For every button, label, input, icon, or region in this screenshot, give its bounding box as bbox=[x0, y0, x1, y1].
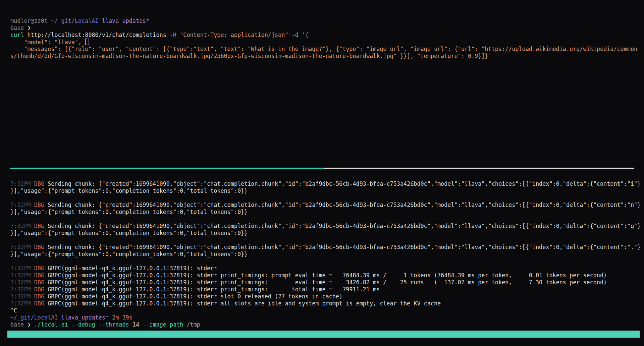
terminal-line bbox=[10, 194, 644, 201]
text-segment: DBG bbox=[34, 180, 48, 187]
text-segment: 14 bbox=[132, 321, 139, 328]
text-segment: 7:32PM bbox=[10, 293, 34, 300]
text-segment: }],"usage":{"prompt_tokens":0,"completio… bbox=[10, 209, 248, 215]
terminal-line bbox=[10, 258, 644, 265]
terminal-line: 7:32PM DBG GRPC(ggml-model-q4_k.gguf-127… bbox=[10, 293, 644, 300]
terminal-line: 7:32PM DBG GRPC(ggml-model-q4_k.gguf-127… bbox=[10, 279, 644, 286]
terminal-line: "messages": [{"role": "user", "content":… bbox=[10, 46, 644, 53]
tmux-status-bar[interactable]: [0] <0:zsh 21:zsh 22:zsh 23:zsh 24:zsh 2… bbox=[7, 331, 644, 338]
text-segment: GRPC(ggml-model-q4_k.gguf-127.0.0.1:3781… bbox=[48, 265, 217, 272]
text-segment bbox=[109, 314, 112, 321]
text-segment bbox=[139, 321, 143, 328]
terminal-line: 7:32PM DBG Sending chunk: {"created":169… bbox=[10, 201, 644, 209]
text-segment: Sending chunk: {"created":1699641090,"ob… bbox=[48, 223, 641, 229]
terminal-line: }],"usage":{"prompt_tokens":0,"completio… bbox=[10, 187, 644, 194]
text-segment: DBG bbox=[34, 265, 48, 272]
terminal-line: ~/_git/LocalAI llava_updates* 2m 39s bbox=[10, 314, 644, 321]
text-segment: Sending chunk: {"created":1699641090,"ob… bbox=[48, 244, 641, 250]
text-segment bbox=[288, 32, 292, 38]
text-segment: mudler@zz0t bbox=[10, 17, 51, 24]
status-bar-cursor-block bbox=[640, 331, 644, 338]
terminal-line: 7:32PM DBG GRPC(ggml-model-q4_k.gguf-127… bbox=[10, 265, 644, 272]
text-segment: llava_updates* bbox=[61, 314, 109, 321]
text-segment: ~/_git/LocalAI bbox=[10, 314, 58, 321]
text-segment: -H bbox=[170, 32, 176, 38]
text-segment: "model": "llava", bbox=[10, 39, 85, 46]
terminal-line: s/thumb/d/dd/Gfp-wisconsin-madison-the-n… bbox=[10, 53, 644, 60]
text-segment: DBG bbox=[34, 293, 48, 300]
text-segment: DBG bbox=[34, 244, 48, 250]
text-segment: s/thumb/d/dd/Gfp-wisconsin-madison-the-n… bbox=[10, 53, 492, 59]
text-segment: "Content-Type: application/json" bbox=[180, 32, 288, 38]
text-segment: -d bbox=[292, 32, 299, 38]
text-segment: --threads bbox=[99, 321, 129, 328]
text-segment: GRPC(ggml-model-q4_k.gguf-127.0.0.1:3781… bbox=[48, 272, 607, 279]
terminal-line: ^C bbox=[10, 307, 644, 314]
text-segment: 7:32PM bbox=[10, 286, 34, 293]
text-segment bbox=[99, 17, 102, 24]
text-segment: DBG bbox=[34, 300, 48, 307]
terminal-line: 7:32PM DBG GRPC(ggml-model-q4_k.gguf-127… bbox=[10, 272, 644, 279]
terminal-line: 7:32PM DBG GRPC(ggml-model-q4_k.gguf-127… bbox=[10, 300, 644, 307]
tmp-path-link[interactable]: /tmp bbox=[186, 321, 200, 328]
text-segment: DBG bbox=[34, 201, 48, 208]
text-segment: 7:32PM bbox=[10, 244, 34, 250]
text-segment: 7:32PM bbox=[10, 201, 34, 208]
pane-divider bbox=[10, 168, 634, 169]
text-segment: GRPC(ggml-model-q4_k.gguf-127.0.0.1:3781… bbox=[48, 293, 342, 300]
text-segment: GRPC(ggml-model-q4_k.gguf-127.0.0.1:3781… bbox=[48, 300, 441, 307]
text-segment: base bbox=[10, 24, 28, 31]
terminal-window[interactable]: mudler@zz0t ~/_git/LocalAI llava_updates… bbox=[0, 0, 644, 346]
terminal-line: base ❯ bbox=[10, 24, 644, 32]
terminal-line: 7:32PM DBG Sending chunk: {"created":169… bbox=[10, 223, 644, 230]
text-segment: curl bbox=[10, 32, 24, 38]
text-segment bbox=[299, 32, 302, 38]
text-segment: "messages": [{"role": "user", "content":… bbox=[10, 46, 637, 52]
text-segment: ❯ bbox=[28, 24, 31, 31]
text-segment: 7:32PM bbox=[10, 272, 34, 279]
text-segment: DBG bbox=[34, 223, 48, 229]
text-segment: }],"usage":{"prompt_tokens":0,"completio… bbox=[10, 187, 248, 194]
terminal-line: mudler@zz0t ~/_git/LocalAI llava_updates… bbox=[10, 17, 644, 24]
text-segment: 7:32PM bbox=[10, 300, 34, 307]
text-segment bbox=[68, 321, 71, 328]
terminal-line: }],"usage":{"prompt_tokens":0,"completio… bbox=[10, 251, 644, 258]
terminal-line: 7:32PM DBG Sending chunk: {"created":169… bbox=[10, 180, 644, 187]
text-segment: 2m 39s bbox=[112, 314, 132, 321]
text-segment: --image-path bbox=[143, 321, 183, 328]
terminal-line bbox=[10, 216, 644, 223]
text-segment: GRPC(ggml-model-q4_k.gguf-127.0.0.1:3781… bbox=[48, 286, 380, 293]
text-segment: 7:32PM bbox=[10, 223, 34, 229]
text-segment bbox=[129, 321, 132, 328]
text-segment: DBG bbox=[34, 279, 48, 286]
terminal-line: base ❯ ./local-ai --debug --threads 14 -… bbox=[10, 321, 644, 328]
text-segment bbox=[95, 321, 99, 328]
text-segment: }],"usage":{"prompt_tokens":0,"completio… bbox=[10, 251, 248, 257]
text-segment: http://localhost:8080/v1/chat/completion… bbox=[24, 32, 169, 38]
terminal-line bbox=[10, 237, 644, 244]
terminal-line: curl http://localhost:8080/v1/chat/compl… bbox=[10, 32, 644, 39]
terminal-line: }],"usage":{"prompt_tokens":0,"completio… bbox=[10, 230, 644, 237]
text-segment: Sending chunk: {"created":1699641090,"ob… bbox=[48, 180, 641, 187]
text-segment: ^C bbox=[10, 307, 17, 314]
text-segment: GRPC(ggml-model-q4_k.gguf-127.0.0.1:3781… bbox=[48, 279, 607, 286]
terminal-line: }],"usage":{"prompt_tokens":0,"completio… bbox=[10, 209, 644, 216]
terminal-line: 7:32PM DBG Sending chunk: {"created":169… bbox=[10, 244, 644, 251]
bottom-pane[interactable]: 7:32PM DBG Sending chunk: {"created":169… bbox=[10, 180, 644, 328]
text-segment: base bbox=[10, 321, 28, 328]
text-segment: 7:32PM bbox=[10, 180, 34, 187]
text-segment bbox=[58, 314, 61, 321]
text-segment: llava_updates* bbox=[102, 17, 149, 24]
text-segment: 7:32PM bbox=[10, 279, 34, 286]
text-segment: DBG bbox=[34, 272, 48, 279]
text-segment bbox=[183, 321, 186, 328]
cursor bbox=[85, 39, 89, 45]
text-segment: --debug bbox=[71, 321, 95, 328]
text-segment: ./local-ai bbox=[34, 321, 68, 328]
top-pane[interactable]: mudler@zz0t ~/_git/LocalAI llava_updates… bbox=[10, 17, 644, 60]
text-segment: 7:32PM bbox=[10, 265, 34, 272]
pane-divider-inactive-segment bbox=[324, 168, 634, 169]
text-segment bbox=[176, 32, 180, 38]
text-segment: DBG bbox=[34, 286, 48, 293]
terminal-line: 7:32PM DBG GRPC(ggml-model-q4_k.gguf-127… bbox=[10, 286, 644, 293]
